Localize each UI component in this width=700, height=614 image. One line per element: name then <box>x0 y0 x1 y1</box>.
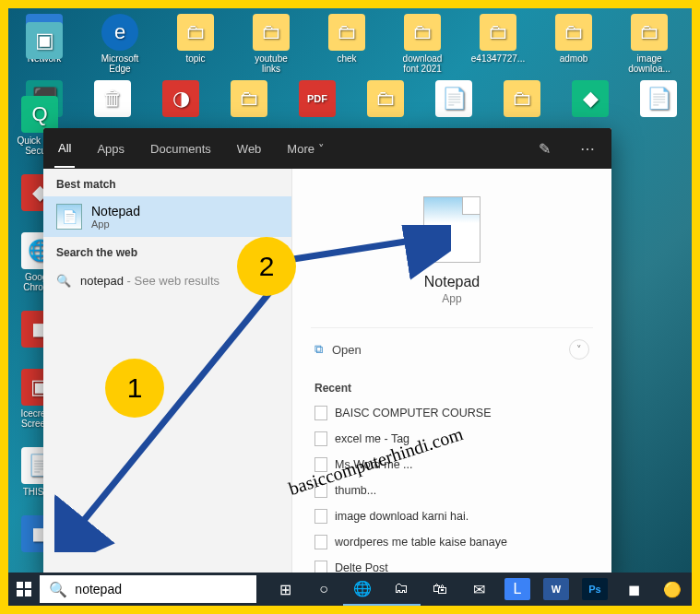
feedback-icon[interactable]: ✎ <box>533 140 556 158</box>
tab-apps[interactable]: Apps <box>93 131 128 167</box>
desktop-icon[interactable]: 🗀image downloa... <box>623 14 676 74</box>
desktop-screen: 🖥Network eMicrosoft Edge 🗀topic 🗀youtube… <box>8 8 692 606</box>
desktop-icon[interactable]: ◑ <box>154 80 208 120</box>
desktop-icon[interactable]: 🗀 <box>495 80 549 120</box>
svg-line-0 <box>73 285 276 534</box>
tab-more[interactable]: More ˅ <box>283 131 327 167</box>
desktop-icon[interactable]: 📄 <box>632 80 685 120</box>
explorer-taskbar-icon[interactable]: 🗂 <box>382 573 421 606</box>
tab-all[interactable]: All <box>54 130 75 168</box>
svg-rect-5 <box>25 590 31 596</box>
more-options-icon[interactable]: ⋯ <box>575 140 600 158</box>
search-tabs: All Apps Documents Web More ˅ ✎ ⋯ <box>43 128 611 169</box>
cortana-icon[interactable]: ○ <box>304 573 343 606</box>
desktop-icon[interactable]: ◆ <box>564 80 617 120</box>
desktop-icon[interactable]: 🗑 <box>86 80 139 120</box>
desktop-row-1: 🖥Network eMicrosoft Edge 🗀topic 🗀youtube… <box>18 14 692 74</box>
desktop-icon[interactable]: 🗀 <box>359 80 412 120</box>
store-taskbar-icon[interactable]: 🛍 <box>421 573 459 606</box>
svg-rect-3 <box>25 582 31 588</box>
app-taskbar-icon[interactable]: L <box>504 578 530 600</box>
desktop-icon[interactable]: 🗀topic <box>169 14 222 74</box>
desktop-icon[interactable]: 🗀 <box>222 80 276 120</box>
desktop-icon[interactable]: 🗀chek <box>320 14 374 74</box>
annotation-badge-1: 1 <box>105 359 164 418</box>
desktop-icon[interactable]: 🗀download font 2021 <box>396 14 449 74</box>
best-match-header: Best match <box>43 169 291 196</box>
desktop-icon[interactable]: PDF <box>291 80 344 120</box>
taskbar: 🔍 ⊞ ○ 🌐 🗂 🛍 ✉ L W Ps ◼ 🟡 <box>8 573 692 606</box>
photoshop-taskbar-icon[interactable]: Ps <box>582 578 608 600</box>
desktop-icon[interactable]: eMicrosoft Edge <box>93 14 147 74</box>
desktop-icon[interactable]: 🗀admob <box>547 14 600 74</box>
svg-rect-2 <box>17 582 23 588</box>
best-match-item[interactable]: 📄 Notepad App <box>43 196 291 237</box>
annotation-arrow-1 <box>54 248 368 552</box>
edge-taskbar-icon[interactable]: 🌐 <box>343 573 382 606</box>
tab-documents[interactable]: Documents <box>147 131 215 167</box>
mail-taskbar-icon[interactable]: ✉ <box>459 573 498 606</box>
best-match-title: Notepad <box>91 204 140 218</box>
app2-taskbar-icon[interactable]: ◼ <box>614 573 653 606</box>
expand-chevron-icon[interactable]: ˅ <box>569 339 589 360</box>
desktop-icon[interactable]: 🗀youtube links <box>244 14 298 74</box>
desktop-row-2: ⬛ 🗑 ◑ 🗀 PDF 🗀 📄 🗀 ◆ 📄 🗀 <box>18 80 692 120</box>
tab-web[interactable]: Web <box>233 131 266 167</box>
svg-rect-4 <box>17 590 23 596</box>
start-button[interactable] <box>8 573 40 606</box>
windows-logo-icon <box>17 582 31 596</box>
taskbar-search-box[interactable]: 🔍 <box>40 575 256 603</box>
taskbar-icons: ⊞ ○ 🌐 🗂 🛍 ✉ L W Ps ◼ 🟡 <box>266 573 692 606</box>
task-view-icon[interactable]: ⊞ <box>266 573 304 606</box>
desktop-icon[interactable]: 🗀e41347727... <box>471 14 525 74</box>
notepad-icon: 📄 <box>56 204 82 230</box>
annotation-badge-2: 2 <box>237 237 296 296</box>
desktop-icon[interactable]: 📄 <box>427 80 481 120</box>
chrome-taskbar-icon[interactable]: 🟡 <box>653 573 692 606</box>
word-taskbar-icon[interactable]: W <box>543 578 569 600</box>
best-match-subtitle: App <box>91 218 140 230</box>
taskbar-search-input[interactable] <box>75 582 247 596</box>
search-icon: 🔍 <box>49 581 67 598</box>
svg-line-1 <box>276 239 423 262</box>
